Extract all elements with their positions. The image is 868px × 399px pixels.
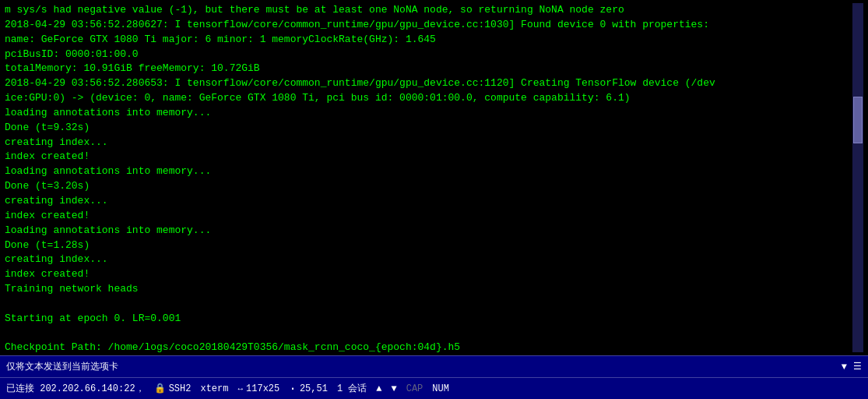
cursor-dot-icon: · bbox=[289, 383, 297, 395]
lock-icon: 🔒 bbox=[154, 383, 166, 394]
scroll-up-button[interactable]: ▲ bbox=[376, 383, 381, 394]
input-bar-menu-icon[interactable]: ☰ bbox=[853, 361, 862, 373]
terminal-size: ↔ 117x25 bbox=[237, 383, 279, 394]
session-count-text: 1 会话 bbox=[337, 382, 367, 395]
scrollbar-thumb[interactable] bbox=[853, 97, 863, 143]
scroll-up-icon[interactable]: ▲ bbox=[376, 383, 381, 394]
terminal-type-text: xterm bbox=[200, 383, 228, 394]
num-label: NUM bbox=[432, 383, 449, 394]
input-bar-text: 仅将文本发送到当前选项卡 bbox=[6, 360, 838, 373]
status-bar: 已连接 202.202.66.140:22， 🔒 SSH2 xterm ↔ 11… bbox=[0, 377, 868, 399]
terminal-body[interactable]: m sys/s had negative value (-1), but the… bbox=[0, 0, 868, 355]
connection-text: 已连接 202.202.66.140:22， bbox=[6, 382, 145, 395]
session-count: 1 会话 bbox=[337, 382, 367, 395]
position-text: 25,51 bbox=[300, 383, 328, 394]
terminal-window: m sys/s had negative value (-1), but the… bbox=[0, 0, 868, 399]
scrollbar[interactable] bbox=[852, 3, 863, 352]
cursor-position: · 25,51 bbox=[289, 383, 328, 395]
protocol-text: SSH2 bbox=[169, 383, 192, 394]
terminal-type: xterm bbox=[200, 383, 228, 394]
input-bar-dropdown-arrow[interactable]: ▼ bbox=[842, 362, 847, 373]
cap-label: CAP bbox=[406, 383, 423, 394]
terminal-content: m sys/s had negative value (-1), but the… bbox=[5, 3, 852, 352]
scroll-down-button[interactable]: ▼ bbox=[392, 383, 397, 394]
scroll-down-icon[interactable]: ▼ bbox=[392, 383, 397, 394]
num-lock-indicator: NUM bbox=[432, 383, 449, 394]
cap-lock-indicator: CAP bbox=[406, 383, 423, 394]
size-text: 117x25 bbox=[246, 383, 279, 394]
connection-status: 已连接 202.202.66.140:22， bbox=[6, 382, 145, 395]
ssh-protocol: 🔒 SSH2 bbox=[154, 383, 192, 394]
input-bar: 仅将文本发送到当前选项卡 ▼ ☰ bbox=[0, 355, 868, 377]
size-icon: ↔ bbox=[237, 384, 243, 394]
